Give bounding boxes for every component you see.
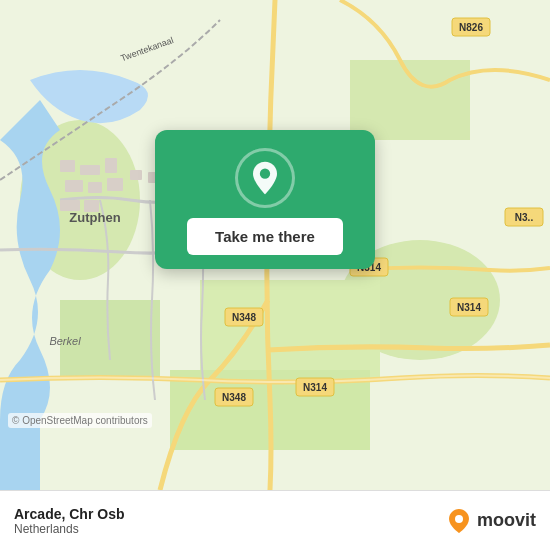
- svg-rect-12: [88, 182, 102, 193]
- moovit-logo-text: moovit: [477, 510, 536, 531]
- svg-point-36: [260, 169, 270, 179]
- svg-rect-11: [65, 180, 83, 192]
- svg-rect-10: [105, 158, 117, 173]
- moovit-pin-icon: [445, 507, 473, 535]
- svg-text:N3..: N3..: [515, 212, 534, 223]
- svg-rect-9: [80, 165, 100, 175]
- location-country: Netherlands: [14, 522, 124, 536]
- svg-text:Berkel: Berkel: [49, 335, 81, 347]
- svg-text:Zutphen: Zutphen: [69, 210, 120, 225]
- take-me-there-button[interactable]: Take me there: [187, 218, 343, 255]
- map-pin-icon: [235, 148, 295, 208]
- location-name: Arcade, Chr Osb: [14, 506, 124, 522]
- svg-text:N314: N314: [303, 382, 327, 393]
- svg-point-37: [455, 515, 463, 523]
- svg-text:N348: N348: [232, 312, 256, 323]
- map-container: N826 N348 N348 N314 N314 N314 N3.. Zutph…: [0, 0, 550, 490]
- svg-text:N826: N826: [459, 22, 483, 33]
- svg-rect-8: [60, 160, 75, 172]
- moovit-logo: moovit: [445, 507, 536, 535]
- svg-text:N348: N348: [222, 392, 246, 403]
- map-copyright: © OpenStreetMap contributors: [8, 413, 152, 428]
- svg-text:N314: N314: [457, 302, 481, 313]
- svg-rect-5: [350, 60, 470, 140]
- footer-location-info: Arcade, Chr Osb Netherlands: [14, 506, 124, 536]
- svg-rect-16: [130, 170, 142, 180]
- footer: Arcade, Chr Osb Netherlands moovit: [0, 490, 550, 550]
- popup-card: Take me there: [155, 130, 375, 269]
- svg-rect-13: [107, 178, 123, 191]
